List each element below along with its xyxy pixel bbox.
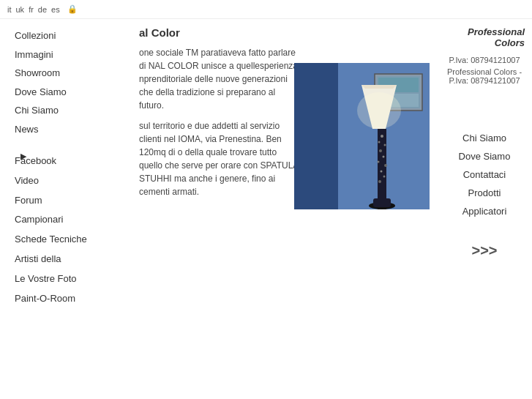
svg-point-11 xyxy=(378,141,381,143)
svg-point-12 xyxy=(384,144,386,146)
brand-piva: P.Iva: 08794121007 xyxy=(444,56,525,64)
article-content: al Color one sociale TM paratiaveva fatt… xyxy=(124,19,437,316)
social-nav-section: ▶ Facebook Video Forum Campionari Schede… xyxy=(15,152,117,308)
left-sidebar: Collezioni Immagini Showroom Dove Siamo … xyxy=(0,19,124,316)
brand-header: Professional Colors xyxy=(444,26,525,48)
lock-icon[interactable]: 🔒 xyxy=(67,4,78,14)
svg-point-19 xyxy=(378,180,381,183)
svg-point-14 xyxy=(383,156,385,158)
nav-forum[interactable]: Forum xyxy=(15,191,117,211)
right-nav-section: Chi Siamo Dove Siamo Contattaci Prodotti… xyxy=(444,129,525,220)
right-nav-applicatori[interactable]: Applicatori xyxy=(444,202,525,220)
more-arrows-button[interactable]: >>> xyxy=(444,242,525,259)
nav-campionari[interactable]: Campionari xyxy=(15,210,117,230)
nav-facebook[interactable]: Facebook xyxy=(15,152,117,171)
nav-showroom[interactable]: Showroom xyxy=(15,64,117,83)
svg-rect-1 xyxy=(294,63,338,209)
svg-point-15 xyxy=(378,161,380,163)
svg-point-18 xyxy=(383,176,386,178)
nav-video[interactable]: Video xyxy=(15,171,117,191)
nav-collezioni[interactable]: Collezioni xyxy=(15,26,117,45)
right-nav-chi-siamo[interactable]: Chi Siamo xyxy=(444,129,525,147)
right-sidebar: Professional Colors P.Iva: 08794121007 P… xyxy=(437,19,532,316)
nav-immagini[interactable]: Immagini xyxy=(15,45,117,64)
right-nav-contattaci[interactable]: Contattaci xyxy=(444,165,525,184)
svg-point-16 xyxy=(384,164,387,167)
lang-es[interactable]: es xyxy=(51,5,60,14)
nav-news[interactable]: News xyxy=(15,120,117,139)
right-nav-dove-siamo[interactable]: Dove Siamo xyxy=(444,147,525,165)
article-title: al Color xyxy=(139,26,430,39)
svg-point-22 xyxy=(357,92,401,129)
arrow-marker: ▶ xyxy=(20,152,26,161)
svg-point-13 xyxy=(379,149,382,152)
nav-artisti-della[interactable]: Artisti della xyxy=(15,250,117,269)
svg-point-10 xyxy=(381,135,383,138)
nav-le-vostre-foto[interactable]: Le Vostre Foto xyxy=(15,269,117,289)
main-nav-section: Collezioni Immagini Showroom Dove Siamo … xyxy=(15,26,117,138)
lang-fr[interactable]: fr xyxy=(29,5,34,14)
nav-dove-siamo[interactable]: Dove Siamo xyxy=(15,83,117,102)
brand-piva-full: Professional Colors - P.Iva: 08794121007 xyxy=(444,67,525,85)
right-nav-prodotti[interactable]: Prodotti xyxy=(444,184,525,202)
brand-name: Professional Colors xyxy=(444,26,525,48)
nav-chi-siamo[interactable]: Chi Siamo xyxy=(15,101,117,120)
nav-paint-o-room[interactable]: Paint-O-Room xyxy=(15,289,117,309)
svg-marker-8 xyxy=(361,85,397,89)
svg-rect-9 xyxy=(378,129,386,209)
lang-uk[interactable]: uk xyxy=(16,5,25,14)
nav-schede-tecniche[interactable]: Schede Tecniche xyxy=(15,230,117,250)
svg-rect-21 xyxy=(373,198,391,207)
article-paragraph-2: sul territorio e due addetti al servizio… xyxy=(139,119,300,198)
main-layout: Collezioni Immagini Showroom Dove Siamo … xyxy=(0,19,532,316)
lang-it[interactable]: it xyxy=(7,5,12,14)
lang-de[interactable]: de xyxy=(38,5,47,14)
svg-point-17 xyxy=(381,171,383,173)
language-bar: it uk fr de es 🔒 xyxy=(0,0,532,19)
article-image xyxy=(294,63,430,209)
article-paragraph-1: one sociale TM paratiaveva fatto parlare… xyxy=(139,46,300,112)
